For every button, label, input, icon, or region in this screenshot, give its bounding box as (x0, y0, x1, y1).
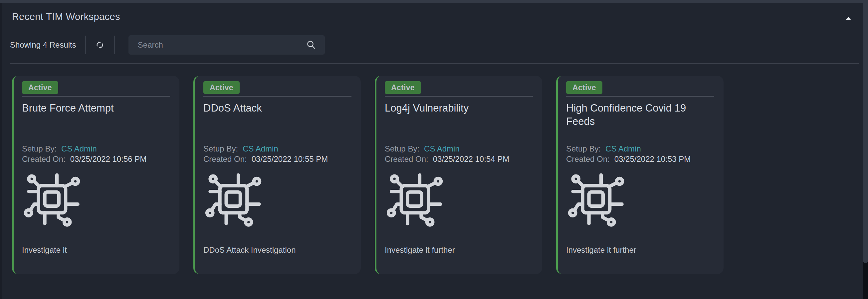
setup-by-row: Setup By:CS Admin (22, 144, 170, 154)
ai-chip-icon (22, 170, 81, 228)
search-input[interactable] (137, 40, 306, 50)
collapse-panel-button[interactable] (842, 13, 855, 23)
workspace-cards: Active Brute Force Attempt Setup By:CS A… (12, 76, 723, 274)
toolbar: Showing 4 Results (10, 35, 325, 55)
created-on-row: Created On:03/25/2022 10:55 PM (204, 154, 351, 164)
search-icon[interactable] (306, 39, 317, 51)
created-on-label: Created On: (566, 154, 610, 163)
workspace-title: Log4j Vulnerability (385, 101, 533, 144)
created-on-label: Created On: (385, 154, 428, 163)
setup-by-row: Setup By:CS Admin (566, 144, 714, 154)
scrollbar-thumb[interactable] (863, 3, 868, 263)
workspace-card[interactable]: Active Brute Force Attempt Setup By:CS A… (12, 76, 179, 274)
ai-chip-icon (204, 170, 262, 228)
created-on-row: Created On:03/25/2022 10:56 PM (22, 154, 170, 164)
results-count-label: Showing 4 Results (10, 40, 76, 50)
setup-by-label: Setup By: (385, 144, 420, 153)
badge-divider (204, 96, 351, 96)
workspace-title: DDoS Attack (204, 101, 351, 144)
toolbar-divider (114, 36, 115, 54)
workspace-description: Investigate it (22, 245, 170, 255)
setup-by-row: Setup By:CS Admin (385, 144, 533, 154)
recent-tim-workspaces-panel: Recent TIM Workspaces Showing 4 Results (0, 3, 863, 299)
workspace-title: High Confidence Covid 19 Feeds (566, 101, 714, 144)
refresh-icon (94, 39, 105, 51)
badge-divider (22, 96, 170, 96)
status-badge: Active (385, 81, 421, 94)
panel-left-edge (0, 3, 2, 299)
setup-by-value[interactable]: CS Admin (61, 144, 97, 153)
badge-divider (385, 96, 533, 96)
search-box[interactable] (128, 35, 325, 55)
created-on-label: Created On: (22, 154, 66, 163)
header-divider (10, 63, 859, 64)
setup-by-label: Setup By: (204, 144, 238, 153)
setup-by-value[interactable]: CS Admin (424, 144, 460, 153)
ai-chip-icon (385, 170, 444, 228)
chevron-up-icon (846, 17, 851, 20)
workspace-description: Investigate it further (385, 245, 533, 255)
setup-by-label: Setup By: (566, 144, 601, 153)
created-on-value: 03/25/2022 10:53 PM (614, 154, 691, 163)
workspace-description: DDoS Attack Investigation (204, 245, 351, 255)
created-on-value: 03/25/2022 10:54 PM (433, 154, 509, 163)
status-badge: Active (566, 81, 602, 94)
workspace-card[interactable]: Active High Confidence Covid 19 Feeds Se… (556, 76, 723, 274)
created-on-value: 03/25/2022 10:56 PM (70, 154, 147, 163)
status-badge: Active (22, 81, 58, 94)
created-on-label: Created On: (204, 154, 247, 163)
created-on-row: Created On:03/25/2022 10:54 PM (385, 154, 533, 164)
created-on-value: 03/25/2022 10:55 PM (252, 154, 328, 163)
setup-by-label: Setup By: (22, 144, 57, 153)
badge-divider (566, 96, 714, 96)
workspace-description: Investigate it further (566, 245, 714, 255)
created-on-row: Created On:03/25/2022 10:53 PM (566, 154, 714, 164)
page: Recent TIM Workspaces Showing 4 Results (0, 0, 868, 299)
scrollbar-track[interactable] (863, 3, 868, 299)
panel-title: Recent TIM Workspaces (12, 11, 120, 22)
setup-by-value[interactable]: CS Admin (606, 144, 641, 153)
setup-by-value[interactable]: CS Admin (243, 144, 278, 153)
status-badge: Active (204, 81, 240, 94)
setup-by-row: Setup By:CS Admin (204, 144, 351, 154)
workspace-title: Brute Force Attempt (22, 101, 170, 144)
ai-chip-icon (566, 170, 625, 228)
refresh-button[interactable] (86, 35, 114, 55)
workspace-card[interactable]: Active DDoS Attack Setup By:CS Admin Cre… (193, 76, 361, 274)
workspace-card[interactable]: Active Log4j Vulnerability Setup By:CS A… (375, 76, 542, 274)
